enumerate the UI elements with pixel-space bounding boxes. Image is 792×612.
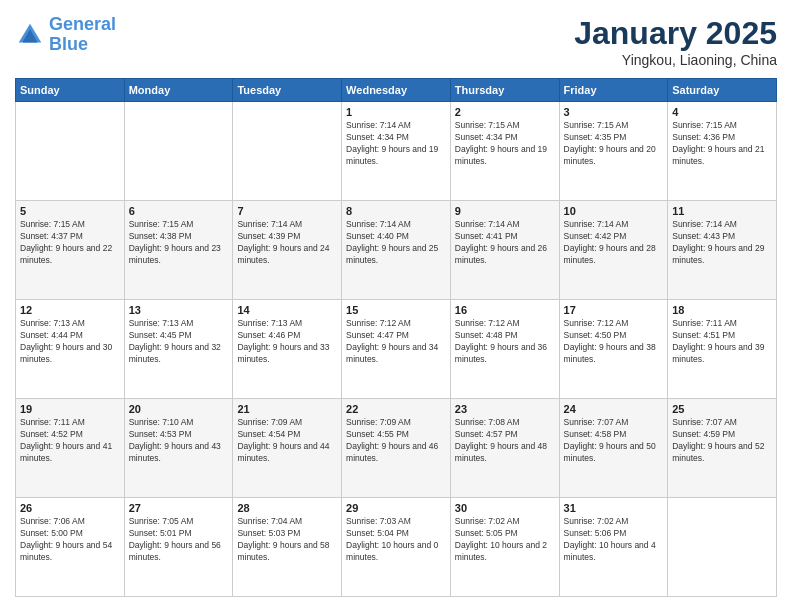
calendar-cell: 27Sunrise: 7:05 AMSunset: 5:01 PMDayligh…: [124, 498, 233, 597]
calendar-cell: 14Sunrise: 7:13 AMSunset: 4:46 PMDayligh…: [233, 300, 342, 399]
calendar-cell: 29Sunrise: 7:03 AMSunset: 5:04 PMDayligh…: [342, 498, 451, 597]
calendar-cell: 12Sunrise: 7:13 AMSunset: 4:44 PMDayligh…: [16, 300, 125, 399]
day-number: 29: [346, 502, 446, 514]
cell-info: Sunrise: 7:04 AMSunset: 5:03 PMDaylight:…: [237, 516, 337, 564]
calendar-cell: 7Sunrise: 7:14 AMSunset: 4:39 PMDaylight…: [233, 201, 342, 300]
logo-line1: General: [49, 14, 116, 34]
calendar: Sunday Monday Tuesday Wednesday Thursday…: [15, 78, 777, 597]
cell-info: Sunrise: 7:12 AMSunset: 4:48 PMDaylight:…: [455, 318, 555, 366]
page: General Blue January 2025 Yingkou, Liaon…: [0, 0, 792, 612]
day-number: 1: [346, 106, 446, 118]
calendar-cell: 31Sunrise: 7:02 AMSunset: 5:06 PMDayligh…: [559, 498, 668, 597]
calendar-cell: 10Sunrise: 7:14 AMSunset: 4:42 PMDayligh…: [559, 201, 668, 300]
cell-info: Sunrise: 7:14 AMSunset: 4:40 PMDaylight:…: [346, 219, 446, 267]
day-number: 21: [237, 403, 337, 415]
cell-info: Sunrise: 7:08 AMSunset: 4:57 PMDaylight:…: [455, 417, 555, 465]
day-number: 31: [564, 502, 664, 514]
day-number: 25: [672, 403, 772, 415]
day-number: 22: [346, 403, 446, 415]
cell-info: Sunrise: 7:07 AMSunset: 4:59 PMDaylight:…: [672, 417, 772, 465]
calendar-cell: 18Sunrise: 7:11 AMSunset: 4:51 PMDayligh…: [668, 300, 777, 399]
week-row-3: 12Sunrise: 7:13 AMSunset: 4:44 PMDayligh…: [16, 300, 777, 399]
header-monday: Monday: [124, 79, 233, 102]
cell-info: Sunrise: 7:10 AMSunset: 4:53 PMDaylight:…: [129, 417, 229, 465]
cell-info: Sunrise: 7:06 AMSunset: 5:00 PMDaylight:…: [20, 516, 120, 564]
calendar-cell: 15Sunrise: 7:12 AMSunset: 4:47 PMDayligh…: [342, 300, 451, 399]
cell-info: Sunrise: 7:12 AMSunset: 4:50 PMDaylight:…: [564, 318, 664, 366]
day-number: 2: [455, 106, 555, 118]
day-number: 8: [346, 205, 446, 217]
day-number: 27: [129, 502, 229, 514]
cell-info: Sunrise: 7:09 AMSunset: 4:54 PMDaylight:…: [237, 417, 337, 465]
cell-info: Sunrise: 7:02 AMSunset: 5:06 PMDaylight:…: [564, 516, 664, 564]
header-tuesday: Tuesday: [233, 79, 342, 102]
day-number: 10: [564, 205, 664, 217]
calendar-cell: 11Sunrise: 7:14 AMSunset: 4:43 PMDayligh…: [668, 201, 777, 300]
calendar-cell: 23Sunrise: 7:08 AMSunset: 4:57 PMDayligh…: [450, 399, 559, 498]
day-number: 15: [346, 304, 446, 316]
cell-info: Sunrise: 7:15 AMSunset: 4:34 PMDaylight:…: [455, 120, 555, 168]
week-row-1: 1Sunrise: 7:14 AMSunset: 4:34 PMDaylight…: [16, 102, 777, 201]
cell-info: Sunrise: 7:15 AMSunset: 4:38 PMDaylight:…: [129, 219, 229, 267]
calendar-cell: 13Sunrise: 7:13 AMSunset: 4:45 PMDayligh…: [124, 300, 233, 399]
calendar-cell: 20Sunrise: 7:10 AMSunset: 4:53 PMDayligh…: [124, 399, 233, 498]
calendar-cell: 22Sunrise: 7:09 AMSunset: 4:55 PMDayligh…: [342, 399, 451, 498]
day-number: 5: [20, 205, 120, 217]
week-row-4: 19Sunrise: 7:11 AMSunset: 4:52 PMDayligh…: [16, 399, 777, 498]
day-number: 23: [455, 403, 555, 415]
day-number: 20: [129, 403, 229, 415]
day-number: 24: [564, 403, 664, 415]
cell-info: Sunrise: 7:14 AMSunset: 4:42 PMDaylight:…: [564, 219, 664, 267]
calendar-cell: 19Sunrise: 7:11 AMSunset: 4:52 PMDayligh…: [16, 399, 125, 498]
location: Yingkou, Liaoning, China: [574, 52, 777, 68]
day-number: 28: [237, 502, 337, 514]
day-number: 3: [564, 106, 664, 118]
day-number: 4: [672, 106, 772, 118]
logo-icon: [15, 20, 45, 50]
day-number: 14: [237, 304, 337, 316]
calendar-cell: 4Sunrise: 7:15 AMSunset: 4:36 PMDaylight…: [668, 102, 777, 201]
cell-info: Sunrise: 7:13 AMSunset: 4:46 PMDaylight:…: [237, 318, 337, 366]
calendar-cell: 3Sunrise: 7:15 AMSunset: 4:35 PMDaylight…: [559, 102, 668, 201]
header-thursday: Thursday: [450, 79, 559, 102]
calendar-cell: 8Sunrise: 7:14 AMSunset: 4:40 PMDaylight…: [342, 201, 451, 300]
calendar-cell: 17Sunrise: 7:12 AMSunset: 4:50 PMDayligh…: [559, 300, 668, 399]
cell-info: Sunrise: 7:02 AMSunset: 5:05 PMDaylight:…: [455, 516, 555, 564]
cell-info: Sunrise: 7:05 AMSunset: 5:01 PMDaylight:…: [129, 516, 229, 564]
calendar-cell: 6Sunrise: 7:15 AMSunset: 4:38 PMDaylight…: [124, 201, 233, 300]
logo-text: General Blue: [49, 15, 116, 55]
calendar-cell: 2Sunrise: 7:15 AMSunset: 4:34 PMDaylight…: [450, 102, 559, 201]
calendar-cell: 26Sunrise: 7:06 AMSunset: 5:00 PMDayligh…: [16, 498, 125, 597]
day-number: 17: [564, 304, 664, 316]
day-number: 30: [455, 502, 555, 514]
calendar-cell: 25Sunrise: 7:07 AMSunset: 4:59 PMDayligh…: [668, 399, 777, 498]
header-friday: Friday: [559, 79, 668, 102]
cell-info: Sunrise: 7:11 AMSunset: 4:51 PMDaylight:…: [672, 318, 772, 366]
logo-line2: Blue: [49, 34, 88, 54]
day-number: 11: [672, 205, 772, 217]
day-number: 13: [129, 304, 229, 316]
cell-info: Sunrise: 7:15 AMSunset: 4:36 PMDaylight:…: [672, 120, 772, 168]
calendar-cell: [668, 498, 777, 597]
calendar-cell: 21Sunrise: 7:09 AMSunset: 4:54 PMDayligh…: [233, 399, 342, 498]
cell-info: Sunrise: 7:07 AMSunset: 4:58 PMDaylight:…: [564, 417, 664, 465]
title-block: January 2025 Yingkou, Liaoning, China: [574, 15, 777, 68]
cell-info: Sunrise: 7:13 AMSunset: 4:45 PMDaylight:…: [129, 318, 229, 366]
header-saturday: Saturday: [668, 79, 777, 102]
day-number: 12: [20, 304, 120, 316]
calendar-cell: [124, 102, 233, 201]
weekday-header-row: Sunday Monday Tuesday Wednesday Thursday…: [16, 79, 777, 102]
cell-info: Sunrise: 7:14 AMSunset: 4:34 PMDaylight:…: [346, 120, 446, 168]
cell-info: Sunrise: 7:12 AMSunset: 4:47 PMDaylight:…: [346, 318, 446, 366]
calendar-cell: [233, 102, 342, 201]
day-number: 7: [237, 205, 337, 217]
cell-info: Sunrise: 7:03 AMSunset: 5:04 PMDaylight:…: [346, 516, 446, 564]
cell-info: Sunrise: 7:11 AMSunset: 4:52 PMDaylight:…: [20, 417, 120, 465]
day-number: 19: [20, 403, 120, 415]
week-row-5: 26Sunrise: 7:06 AMSunset: 5:00 PMDayligh…: [16, 498, 777, 597]
calendar-cell: [16, 102, 125, 201]
cell-info: Sunrise: 7:09 AMSunset: 4:55 PMDaylight:…: [346, 417, 446, 465]
header: General Blue January 2025 Yingkou, Liaon…: [15, 15, 777, 68]
calendar-cell: 9Sunrise: 7:14 AMSunset: 4:41 PMDaylight…: [450, 201, 559, 300]
week-row-2: 5Sunrise: 7:15 AMSunset: 4:37 PMDaylight…: [16, 201, 777, 300]
